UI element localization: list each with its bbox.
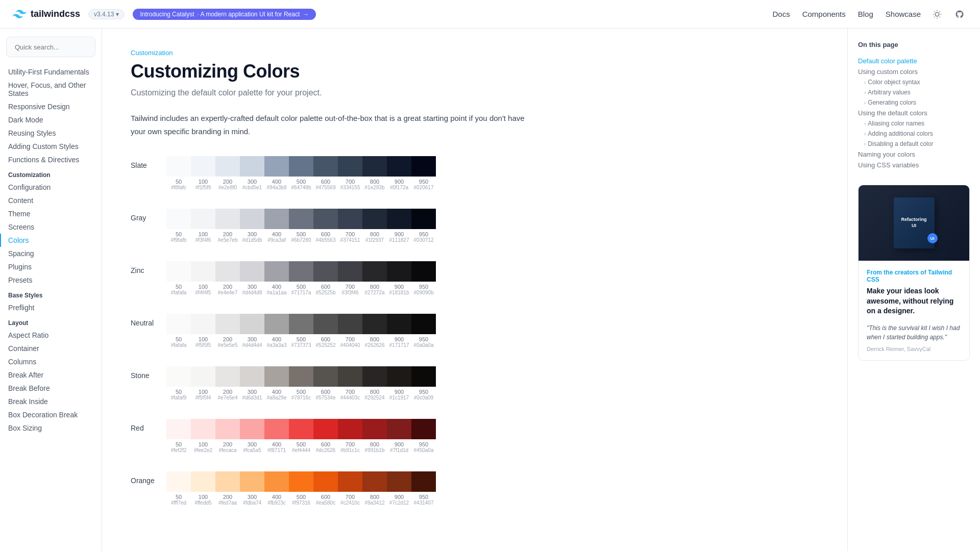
- toc-sub-item[interactable]: ›Generating colors: [864, 97, 970, 108]
- sidebar-item-aspect-ratio[interactable]: Aspect Ratio: [0, 329, 102, 342]
- sidebar-item-utility-first[interactable]: Utility-First Fundamentals: [0, 65, 102, 79]
- swatch-number: 950: [419, 494, 428, 500]
- swatch-neutral-300: 300#d4d4d4: [240, 314, 264, 348]
- swatch-hex: #020617: [414, 185, 434, 190]
- sidebar-item-break-before[interactable]: Break Before: [0, 382, 102, 395]
- swatch-hex: #94a3b8: [267, 185, 287, 190]
- swatch-hex: #9ca3af: [267, 237, 286, 243]
- color-swatch: [240, 314, 264, 334]
- sidebar-item-box-sizing[interactable]: Box Sizing: [0, 421, 102, 435]
- nav-blog[interactable]: Blog: [858, 10, 873, 18]
- svg-line-4: [940, 16, 940, 17]
- swatch-neutral-500: 500#737373: [289, 314, 313, 348]
- sidebar-item-break-inside[interactable]: Break Inside: [0, 395, 102, 408]
- search-input[interactable]: [15, 43, 101, 51]
- swatch-hex: #737373: [291, 342, 311, 348]
- sidebar-item-responsive[interactable]: Responsive Design: [0, 100, 102, 113]
- swatch-number: 300: [248, 494, 257, 500]
- sidebar-item-configuration[interactable]: Configuration: [0, 181, 102, 194]
- toc-item[interactable]: Using custom colors: [858, 66, 970, 77]
- sidebar-item-content[interactable]: Content: [0, 194, 102, 207]
- color-swatch: [264, 209, 289, 229]
- sidebar-section-core: Utility-First Fundamentals Hover, Focus,…: [0, 65, 102, 166]
- sidebar-item-colors[interactable]: Colors: [0, 234, 102, 247]
- page-title: Customizing Colors: [131, 61, 533, 82]
- swatch-hex: #030712: [414, 237, 434, 243]
- sidebar-item-custom-styles[interactable]: Adding Custom Styles: [0, 140, 102, 153]
- swatch-number: 300: [248, 336, 257, 342]
- banner[interactable]: Introducing Catalyst · A modern applicat…: [133, 9, 316, 20]
- toc-item[interactable]: Using the default colors: [858, 108, 970, 118]
- swatch-number: 500: [297, 179, 306, 185]
- sidebar-item-theme[interactable]: Theme: [0, 207, 102, 220]
- toc-sub-item[interactable]: ›Adding additional colors: [864, 129, 970, 139]
- sidebar-item-screens[interactable]: Screens: [0, 220, 102, 234]
- toc-sub-item[interactable]: ›Color object syntax: [864, 77, 970, 87]
- nav-docs[interactable]: Docs: [773, 10, 790, 18]
- swatch-number: 600: [321, 441, 330, 447]
- swatch-number: 500: [297, 494, 306, 500]
- color-swatch: [313, 209, 338, 229]
- sidebar-item-functions[interactable]: Functions & Directives: [0, 153, 102, 166]
- nav-components[interactable]: Components: [802, 10, 846, 18]
- swatch-stone-200: 200#e7e5e4: [215, 366, 240, 400]
- color-swatch: [191, 156, 215, 177]
- sidebar-item-break-after[interactable]: Break After: [0, 368, 102, 382]
- sidebar-item-presets[interactable]: Presets: [0, 273, 102, 287]
- swatch-number: 900: [395, 179, 404, 185]
- swatch-number: 900: [395, 441, 404, 447]
- sidebar-item-hover-focus[interactable]: Hover, Focus, and Other States: [0, 79, 102, 100]
- toc-item[interactable]: Default color palette: [858, 56, 970, 66]
- color-swatch: [166, 314, 191, 334]
- sidebar-item-plugins[interactable]: Plugins: [0, 260, 102, 273]
- color-swatch: [289, 366, 313, 387]
- swatch-stone-400: 400#a8a29e: [264, 366, 289, 400]
- search-box[interactable]: Ctrl K: [6, 37, 95, 57]
- swatch-hex: #d6d3d1: [242, 395, 262, 400]
- header-icons: [929, 6, 968, 22]
- toc-item[interactable]: Naming your colors: [858, 149, 970, 160]
- toc-item[interactable]: Using CSS variables: [858, 160, 970, 170]
- svg-line-8: [940, 11, 940, 12]
- version-badge[interactable]: v3.4.13 ▾: [88, 9, 125, 19]
- swatch-hex: #4b5563: [316, 237, 336, 243]
- sidebar-item-reusing[interactable]: Reusing Styles: [0, 127, 102, 140]
- toc-sub-item[interactable]: ›Aliasing color names: [864, 118, 970, 129]
- toc-sub-item[interactable]: ›Arbitrary values: [864, 87, 970, 97]
- theme-toggle-button[interactable]: [929, 6, 945, 22]
- color-swatch: [313, 366, 338, 387]
- color-swatch: [313, 471, 338, 492]
- refactoring-card-body: From the creators of Tailwind CSS Make y…: [859, 261, 969, 360]
- swatch-zinc-50: 50#fafafa: [166, 261, 191, 295]
- swatch-neutral-50: 50#fafafa: [166, 314, 191, 348]
- sidebar-item-container[interactable]: Container: [0, 342, 102, 355]
- color-swatch: [215, 314, 240, 334]
- logo[interactable]: tailwindcss: [12, 7, 80, 21]
- sidebar-item-preflight[interactable]: Preflight: [0, 301, 102, 314]
- color-swatch: [338, 156, 362, 177]
- sidebar-item-box-decoration[interactable]: Box Decoration Break: [0, 408, 102, 421]
- swatch-hex: #09090b: [414, 290, 434, 295]
- sidebar-item-dark-mode[interactable]: Dark Mode: [0, 113, 102, 127]
- book-badge: UI: [927, 233, 938, 243]
- swatch-slate-400: 400#94a3b8: [264, 156, 289, 190]
- swatch-hex: #b91c1c: [340, 447, 360, 453]
- swatch-hex: #1e293b: [365, 185, 385, 190]
- swatch-zinc-200: 200#e4e4e7: [215, 261, 240, 295]
- github-link-button[interactable]: [951, 6, 968, 22]
- nav-showcase[interactable]: Showcase: [886, 10, 921, 18]
- color-swatch: [215, 471, 240, 492]
- sidebar-item-spacing[interactable]: Spacing: [0, 247, 102, 260]
- palette-name-slate: Slate: [131, 156, 166, 169]
- color-swatch: [387, 419, 411, 439]
- toc-sub-item[interactable]: ›Disabling a default color: [864, 139, 970, 149]
- swatch-number: 700: [346, 284, 355, 290]
- palette-name-neutral: Neutral: [131, 314, 166, 327]
- swatch-number: 200: [223, 336, 232, 342]
- color-swatch: [338, 261, 362, 282]
- swatch-hex: #fef2f2: [171, 447, 187, 453]
- swatch-orange-900: 900#7c2d12: [387, 471, 411, 506]
- sidebar-item-columns[interactable]: Columns: [0, 355, 102, 368]
- swatch-red-600: 600#dc2626: [313, 419, 338, 453]
- swatch-gray-300: 300#d1d5db: [240, 209, 264, 243]
